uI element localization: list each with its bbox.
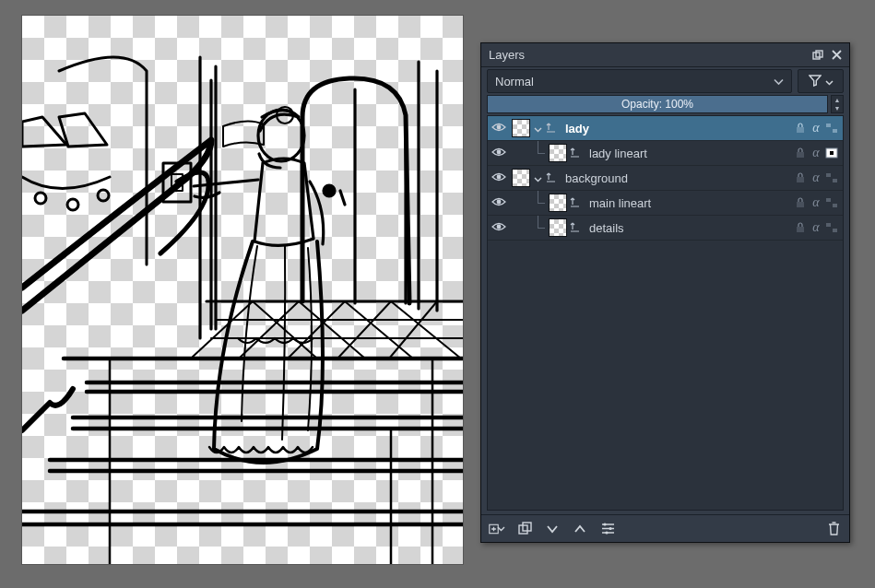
alpha-icon[interactable]: α xyxy=(809,121,823,135)
spinner-up-icon[interactable]: ▲ xyxy=(832,96,843,104)
close-panel-icon[interactable] xyxy=(827,47,845,64)
layer-thumbnail[interactable] xyxy=(512,119,530,137)
add-layer-button[interactable] xyxy=(489,521,505,537)
passthrough-icon xyxy=(569,147,580,159)
canvas-viewport[interactable] xyxy=(22,16,463,564)
layer-row[interactable]: lady lineartα xyxy=(488,141,843,166)
layer-row[interactable]: backgroundα xyxy=(488,166,843,191)
layer-name[interactable]: main lineart xyxy=(589,196,791,210)
passthrough-icon xyxy=(545,171,556,184)
svg-rect-45 xyxy=(797,152,804,158)
layer-thumbnail[interactable] xyxy=(549,144,567,162)
artwork-lineart xyxy=(22,16,463,564)
layer-right-icons: α xyxy=(793,121,839,135)
blend-mode-value: Normal xyxy=(495,75,534,88)
move-layer-up-button[interactable] xyxy=(572,521,588,537)
tree-indent xyxy=(510,191,547,215)
layer-thumbnail[interactable] xyxy=(549,194,567,212)
svg-point-65 xyxy=(605,531,608,534)
layer-name[interactable]: details xyxy=(589,221,791,235)
layer-right-icons: α xyxy=(793,195,839,210)
panel-footer xyxy=(481,514,849,542)
visibility-toggle[interactable] xyxy=(490,144,508,162)
visibility-toggle[interactable] xyxy=(490,218,508,237)
svg-point-63 xyxy=(603,523,606,525)
layer-name[interactable]: background xyxy=(565,171,791,185)
expand-toggle[interactable] xyxy=(532,171,543,185)
layer-list[interactable]: ladyαlady lineartαbackgroundαmain linear… xyxy=(487,115,844,511)
alpha-icon[interactable]: α xyxy=(809,195,823,210)
svg-point-35 xyxy=(98,190,109,201)
svg-rect-59 xyxy=(833,229,837,232)
layer-right-icons: α xyxy=(793,171,839,185)
layer-filter-button[interactable] xyxy=(798,69,844,93)
panel-titlebar[interactable]: Layers xyxy=(481,43,849,67)
alpha-icon[interactable]: α xyxy=(809,220,823,235)
panel-toolbar: Normal xyxy=(481,67,849,95)
layer-right-icons: α xyxy=(793,220,839,235)
layer-thumbnail[interactable] xyxy=(512,169,530,187)
svg-rect-47 xyxy=(830,151,834,155)
opacity-slider[interactable]: Opacity: 100% xyxy=(487,95,828,113)
expand-toggle[interactable] xyxy=(532,122,543,135)
lock-icon[interactable] xyxy=(793,195,808,210)
svg-point-48 xyxy=(497,174,502,179)
svg-line-13 xyxy=(337,301,391,359)
layer-properties-button[interactable] xyxy=(599,521,616,537)
svg-rect-43 xyxy=(833,129,837,133)
passthrough-icon xyxy=(545,122,556,135)
eye-icon xyxy=(491,122,506,135)
eye-icon xyxy=(491,147,506,160)
svg-rect-58 xyxy=(826,223,831,227)
delete-layer-button[interactable] xyxy=(825,521,842,537)
layers-panel: Layers Normal Opacity: 100% ▲ xyxy=(480,42,850,543)
svg-rect-50 xyxy=(826,173,831,177)
svg-rect-57 xyxy=(797,227,804,232)
svg-rect-54 xyxy=(826,198,831,202)
layer-row[interactable]: ladyα xyxy=(488,116,843,141)
inherit-alpha-icon[interactable] xyxy=(824,121,839,135)
svg-point-34 xyxy=(67,199,78,210)
visibility-toggle[interactable] xyxy=(490,194,508,212)
layer-row[interactable]: main lineartα xyxy=(488,191,843,216)
svg-rect-55 xyxy=(833,204,837,207)
tree-indent xyxy=(510,216,547,240)
alpha-icon[interactable]: α xyxy=(809,171,823,185)
eye-icon xyxy=(491,196,506,210)
tree-indent xyxy=(510,141,547,165)
lock-icon[interactable] xyxy=(793,121,808,135)
blend-mode-select[interactable]: Normal xyxy=(487,69,792,93)
chevron-down-icon xyxy=(497,526,505,532)
lock-icon[interactable] xyxy=(793,171,808,185)
svg-point-44 xyxy=(497,149,502,154)
inherit-alpha-icon[interactable] xyxy=(824,146,839,160)
lock-icon[interactable] xyxy=(793,220,808,235)
visibility-toggle[interactable] xyxy=(490,119,508,137)
chevron-down-icon xyxy=(534,171,542,185)
float-panel-icon[interactable] xyxy=(809,47,827,64)
lock-icon[interactable] xyxy=(793,146,808,160)
svg-point-33 xyxy=(35,193,46,204)
alpha-icon[interactable]: α xyxy=(809,146,823,160)
inherit-alpha-icon[interactable] xyxy=(824,171,839,185)
funnel-icon xyxy=(809,74,822,89)
layer-name[interactable]: lady xyxy=(565,122,791,135)
opacity-spinner[interactable]: ▲ ▼ xyxy=(831,95,844,113)
svg-point-52 xyxy=(497,199,502,204)
visibility-toggle[interactable] xyxy=(490,169,508,187)
duplicate-layer-button[interactable] xyxy=(516,521,533,537)
passthrough-icon xyxy=(569,196,580,209)
svg-point-40 xyxy=(497,124,502,129)
layer-row[interactable]: detailsα xyxy=(488,216,843,241)
eye-icon xyxy=(491,171,506,185)
inherit-alpha-icon[interactable] xyxy=(824,220,839,235)
inherit-alpha-icon[interactable] xyxy=(824,195,839,210)
layer-thumbnail[interactable] xyxy=(549,218,567,237)
panel-title: Layers xyxy=(489,48,809,62)
layer-name[interactable]: lady lineart xyxy=(589,147,791,160)
move-layer-down-button[interactable] xyxy=(544,521,561,537)
chevron-down-icon xyxy=(825,75,834,88)
svg-line-0 xyxy=(340,191,345,205)
svg-point-1 xyxy=(324,185,335,196)
spinner-down-icon[interactable]: ▼ xyxy=(832,104,843,112)
